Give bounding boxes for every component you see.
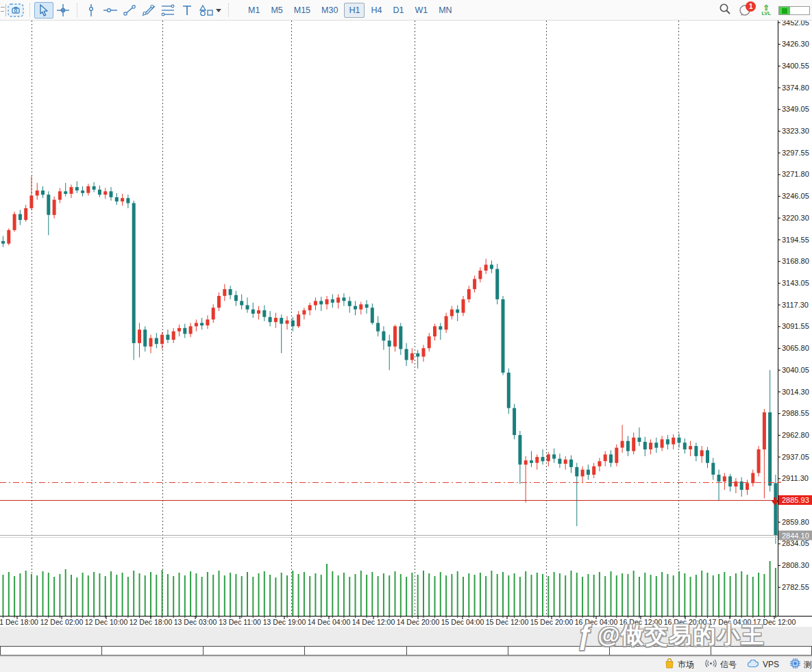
- volume-bar: [207, 572, 208, 616]
- volume-bar: [167, 574, 169, 616]
- volume-bar: [110, 571, 112, 616]
- volume-bar: [604, 576, 606, 616]
- status-item-VPS[interactable]: VPS: [748, 660, 779, 670]
- volume-bar: [212, 575, 214, 616]
- candle-body: [47, 195, 50, 215]
- candle-body: [388, 340, 391, 347]
- time-tick-label: 14 Dec 12:00: [352, 618, 395, 626]
- candle-body: [456, 310, 459, 313]
- time-tick-label: 14 Dec 04:00: [308, 618, 351, 626]
- candle-body: [138, 329, 141, 343]
- candle-body: [654, 443, 658, 447]
- volume-bar: [434, 576, 436, 616]
- time-tick-label: 15 Dec 20:00: [530, 618, 574, 626]
- volume-bar: [298, 574, 299, 616]
- status-item-市场[interactable]: 市场: [665, 658, 694, 671]
- status-item-信号[interactable]: 信号: [705, 659, 737, 671]
- status-item-测试[interactable]: 测试: [790, 658, 812, 671]
- volume-bar: [633, 571, 635, 616]
- volume-bar: [650, 575, 652, 616]
- candle-body: [257, 310, 260, 314]
- volume-bar: [445, 575, 447, 616]
- volume-bar: [14, 576, 15, 616]
- tf-H1[interactable]: H1: [344, 3, 365, 18]
- price-tick-label: 3014.30: [782, 388, 809, 396]
- price-tick-label: 2988.55: [782, 409, 809, 417]
- volume-bar: [593, 575, 595, 616]
- chart-tab[interactable]: [406, 646, 508, 656]
- chart-tab[interactable]: [609, 646, 711, 656]
- candle-body: [473, 279, 476, 289]
- candle-body: [280, 318, 283, 324]
- tf-M5[interactable]: M5: [266, 3, 287, 18]
- fibonacci-tool-icon[interactable]: [158, 2, 177, 18]
- status-item-label: 信号: [720, 659, 737, 671]
- candle-body: [609, 454, 613, 462]
- volume-bar: [775, 568, 776, 616]
- volume-bar: [309, 576, 310, 616]
- volume-bar: [565, 575, 566, 616]
- tf-W1[interactable]: W1: [410, 3, 432, 18]
- volume-bar: [537, 573, 538, 616]
- volume-bar: [219, 571, 220, 616]
- price-tick-label: 3271.80: [782, 170, 809, 178]
- price-tick-label: 2859.80: [782, 518, 809, 526]
- time-axis[interactable]: 11 Dec 18:0012 Dec 02:0012 Dec 10:0012 D…: [0, 616, 812, 627]
- chart-tab[interactable]: [711, 646, 812, 656]
- tester-chip-icon: [790, 658, 800, 671]
- volume-bar: [673, 575, 674, 616]
- candle-body: [382, 332, 385, 341]
- tf-M1[interactable]: M1: [243, 3, 264, 18]
- candle-body: [206, 319, 209, 325]
- volume-bar: [514, 573, 515, 616]
- horizontal-line-tool-icon[interactable]: [101, 2, 120, 18]
- candle-body: [763, 412, 766, 449]
- text-tool-icon[interactable]: [177, 2, 197, 18]
- volume-bar: [548, 576, 549, 616]
- volume-bar: [19, 573, 21, 616]
- volume-bars: [3, 561, 776, 616]
- lvl-icon[interactable]: ⇧ LVL: [761, 4, 771, 16]
- chart-canvas[interactable]: 3452.053426.303400.553374.803349.053323.…: [0, 0, 812, 627]
- candle-body: [86, 186, 90, 193]
- tf-MN[interactable]: MN: [434, 3, 456, 18]
- candle-body: [678, 438, 681, 443]
- tf-D1[interactable]: D1: [388, 3, 408, 18]
- time-tick-label: 13 Dec 19:00: [263, 618, 306, 626]
- price-axis[interactable]: 3452.053426.303400.553374.803349.053323.…: [778, 18, 812, 627]
- candle-body: [149, 338, 153, 347]
- volume-bar: [656, 576, 657, 616]
- candle-body: [41, 190, 45, 195]
- candles: [1, 176, 777, 544]
- chart-tab[interactable]: [203, 646, 304, 656]
- shapes-tool-icon[interactable]: [197, 2, 224, 18]
- crosshair-tool-icon[interactable]: [53, 2, 73, 18]
- screenshot-camera-icon[interactable]: [6, 2, 25, 18]
- volume-bar: [179, 573, 180, 616]
- candle-body: [325, 299, 329, 304]
- chart-tab[interactable]: [508, 646, 609, 656]
- trendline-tool-icon[interactable]: [120, 2, 139, 18]
- status-item-label: 测试: [804, 659, 812, 671]
- volume-bar: [184, 575, 186, 616]
- main-toolbar: M1M5M15M30H1H4D1W1MN 1 ⇧ LVL: [0, 0, 812, 21]
- volume-bar: [400, 574, 402, 616]
- volume-bar: [582, 577, 583, 616]
- tf-M30[interactable]: M30: [317, 3, 343, 18]
- toolbar-overflow-fragment: [1, 4, 6, 16]
- vertical-line-tool-icon[interactable]: [82, 2, 101, 18]
- volume-bar: [366, 575, 367, 616]
- chart-tab[interactable]: [0, 646, 101, 656]
- status-bar: 市场信号VPS测试: [0, 656, 812, 672]
- volume-bar: [519, 577, 521, 616]
- tf-H4[interactable]: H4: [366, 3, 386, 18]
- search-icon[interactable]: [719, 3, 731, 18]
- channel-tool-icon[interactable]: [139, 2, 158, 18]
- candle-body: [24, 208, 27, 220]
- notifications-icon[interactable]: 1: [739, 3, 754, 18]
- cursor-tool-icon[interactable]: [34, 2, 53, 18]
- volume-bar: [93, 572, 95, 616]
- tf-M15[interactable]: M15: [289, 3, 315, 18]
- chart-tab[interactable]: [304, 646, 406, 656]
- chart-tab[interactable]: [101, 646, 203, 656]
